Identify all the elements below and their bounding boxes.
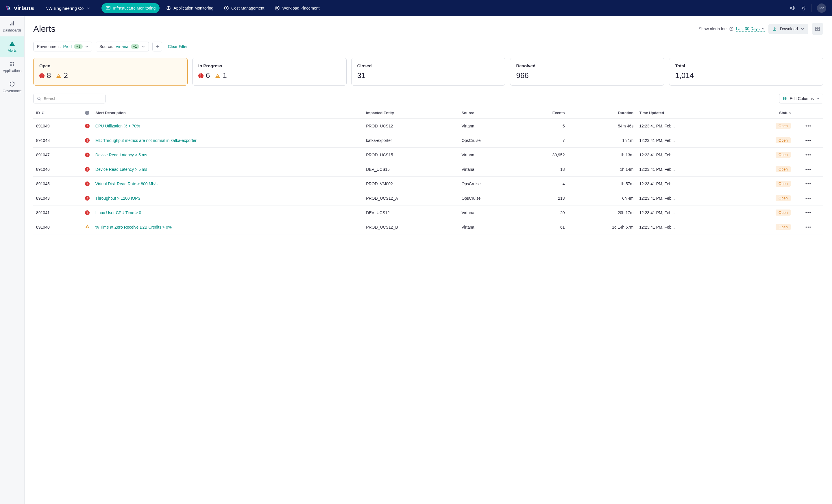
- alert-description-link[interactable]: Throughput > 1200 IOPS: [96, 196, 140, 201]
- warning-icon: [56, 73, 61, 78]
- status-chip: Open: [776, 210, 791, 216]
- top-nav-item[interactable]: Cost Management: [220, 3, 268, 13]
- alert-description-link[interactable]: Virtual Disk Read Rate > 800 Mb/s: [96, 182, 158, 186]
- cell-severity: !: [82, 148, 93, 162]
- critical-icon: !: [85, 182, 89, 186]
- col-updated[interactable]: Time Updated: [636, 107, 741, 119]
- cell-severity: !: [82, 119, 93, 133]
- date-range-selector[interactable]: Last 30 Days: [736, 26, 765, 31]
- stat-total-count: 31: [357, 71, 366, 80]
- top-nav-item[interactable]: Infrastucture Monitoring: [102, 3, 160, 13]
- stat-card-closed[interactable]: Closed31: [351, 58, 505, 85]
- col-severity[interactable]: !: [82, 107, 93, 119]
- col-source[interactable]: Source: [459, 107, 521, 119]
- filter-label: Source:: [100, 44, 113, 49]
- row-actions-button[interactable]: •••: [794, 162, 823, 177]
- svg-rect-18: [58, 75, 59, 76]
- filter-pill[interactable]: Environment: Prod +1: [33, 42, 92, 51]
- megaphone-icon[interactable]: [789, 5, 795, 11]
- download-button[interactable]: Download: [769, 24, 808, 34]
- table-row: 891041 ! Linux User CPU Time > 0 DEV_UCS…: [33, 206, 823, 220]
- cell-source: OpsCruise: [459, 191, 521, 206]
- alert-description-link[interactable]: CPU Utilization % > 70%: [96, 124, 140, 128]
- row-actions-button[interactable]: •••: [794, 220, 823, 234]
- col-id[interactable]: ID: [33, 107, 82, 119]
- org-selector[interactable]: NW Engineering Co: [45, 6, 90, 11]
- logo[interactable]: virtana: [6, 4, 34, 12]
- col-status[interactable]: Status: [741, 107, 794, 119]
- cell-impacted: PROD_UCS15: [363, 148, 459, 162]
- filter-extra-badge: +1: [74, 44, 83, 49]
- table-row: 891049 ! CPU Utilization % > 70% PROD_UC…: [33, 119, 823, 133]
- filter-pill[interactable]: Source: Virtana +1: [96, 42, 149, 51]
- columns-icon: [783, 96, 787, 101]
- alert-description-link[interactable]: % Time at Zero Receive B2B Credits > 0%: [96, 225, 172, 230]
- stat-card-open[interactable]: Open!82: [33, 58, 188, 85]
- cell-duration: 54m 46s: [568, 119, 636, 133]
- cell-status: Open: [741, 133, 794, 148]
- stat-card-resolved[interactable]: Resolved966: [510, 58, 664, 85]
- sidebar-item-governance[interactable]: Governance: [0, 77, 24, 97]
- svg-point-22: [37, 97, 40, 100]
- top-nav-items: Infrastucture MonitoringApplication Moni…: [102, 3, 323, 13]
- status-chip: Open: [776, 224, 791, 230]
- sidebar-item-alerts[interactable]: Alerts: [0, 36, 24, 57]
- row-actions-button[interactable]: •••: [794, 191, 823, 206]
- col-duration[interactable]: Duration: [568, 107, 636, 119]
- stat-card-total[interactable]: Total1,014: [669, 58, 823, 85]
- row-actions-button[interactable]: •••: [794, 206, 823, 220]
- top-nav-item[interactable]: Application Monitoring: [162, 3, 217, 13]
- row-actions-button[interactable]: •••: [794, 177, 823, 191]
- warning-icon: [215, 73, 220, 78]
- table-row: 891043 ! Throughput > 1200 IOPS PROD_UCS…: [33, 191, 823, 206]
- row-actions-button[interactable]: •••: [794, 119, 823, 133]
- col-impacted[interactable]: Impacted Entity: [363, 107, 459, 119]
- cell-severity: !: [82, 206, 93, 220]
- row-actions-button[interactable]: •••: [794, 133, 823, 148]
- critical-icon: !: [85, 210, 89, 215]
- show-alerts-label: Show alerts for:: [699, 27, 727, 31]
- clear-filter-link[interactable]: Clear Filter: [168, 44, 188, 49]
- sidebar-item-applications[interactable]: Applications: [0, 57, 24, 77]
- critical-icon: !: [85, 124, 89, 128]
- cell-duration: 1h 57m: [568, 177, 636, 191]
- cell-source: OpsCruise: [459, 177, 521, 191]
- cell-events: 20: [521, 206, 568, 220]
- svg-point-2: [168, 7, 169, 9]
- col-events[interactable]: Events: [521, 107, 568, 119]
- gear-icon[interactable]: [801, 5, 806, 11]
- top-nav-item[interactable]: Workload Placement: [270, 3, 323, 13]
- cell-duration: 1h 14m: [568, 162, 636, 177]
- book-icon-button[interactable]: [812, 23, 823, 35]
- alert-description-link[interactable]: ML: Throughput metrics are not normal in…: [96, 138, 197, 143]
- cell-source: Virtana: [459, 119, 521, 133]
- alert-description-link[interactable]: Device Read Latency > 5 ms: [96, 167, 147, 172]
- layout: DashboardsAlertsApplicationsGovernance A…: [0, 16, 832, 504]
- nav-label: Infrastucture Monitoring: [113, 6, 156, 10]
- col-description[interactable]: Alert Description: [93, 107, 363, 119]
- cell-status: Open: [741, 191, 794, 206]
- alert-description-link[interactable]: Linux User CPU Time > 0: [96, 210, 141, 215]
- cell-status: Open: [741, 177, 794, 191]
- chevron-down-icon: [761, 27, 765, 30]
- alert-description-link[interactable]: Device Read Latency > 5 ms: [96, 153, 147, 157]
- search-input[interactable]: [44, 96, 102, 101]
- edit-columns-button[interactable]: Edit Columns: [779, 94, 823, 103]
- search-input-wrap[interactable]: [33, 94, 105, 103]
- row-actions-button[interactable]: •••: [794, 148, 823, 162]
- add-filter-button[interactable]: [152, 42, 162, 51]
- chevron-down-icon: [801, 27, 804, 31]
- svg-point-14: [13, 64, 14, 66]
- logo-mark-icon: [6, 5, 12, 11]
- sidebar-item-dashboards[interactable]: Dashboards: [0, 16, 24, 36]
- main-content: Alerts Show alerts for: Last 30 Days: [25, 16, 832, 504]
- cell-impacted: PROD_VM002: [363, 177, 459, 191]
- cell-id: 891046: [33, 162, 82, 177]
- stat-total-count: 966: [516, 71, 528, 80]
- stat-label: Resolved: [516, 63, 658, 68]
- stat-card-in_progress[interactable]: In Progress!61: [192, 58, 347, 85]
- cell-source: OpsCruise: [459, 133, 521, 148]
- cell-severity: !: [82, 133, 93, 148]
- user-avatar[interactable]: PP: [817, 3, 826, 13]
- warning-icon: [85, 224, 89, 229]
